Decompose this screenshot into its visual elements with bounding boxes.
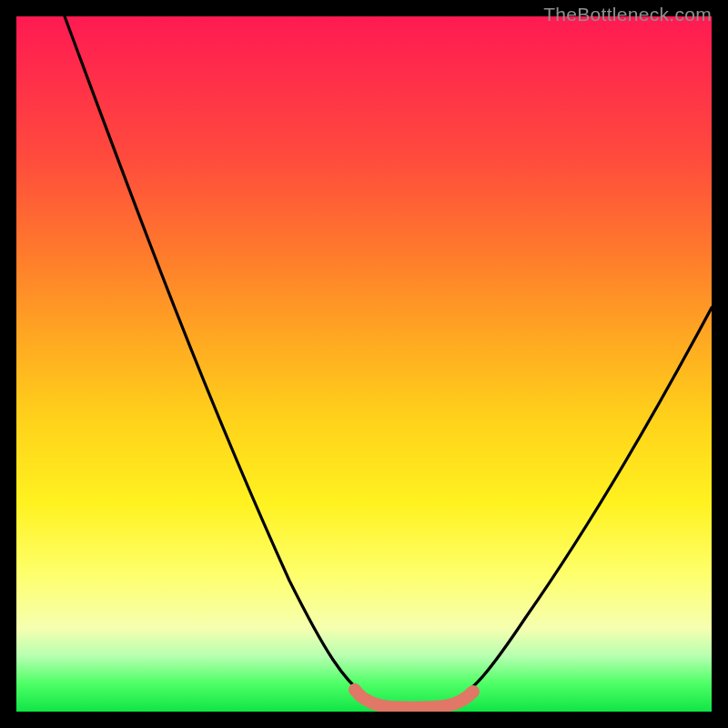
chart-stage: TheBottleneck.com (0, 0, 728, 728)
watermark-text: TheBottleneck.com (543, 4, 712, 25)
chart-plot-area (16, 16, 712, 712)
